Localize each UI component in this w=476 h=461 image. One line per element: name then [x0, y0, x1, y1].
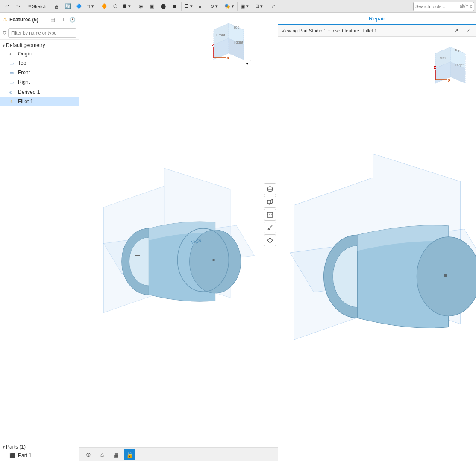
tool-6[interactable]: ⬡ — [110, 1, 120, 12]
cube-menu-button[interactable]: ▾ — [244, 60, 251, 67]
filter-icon: ▽ — [3, 30, 6, 36]
sidebar-item-part1[interactable]: ⬛ Part 1 — [0, 451, 79, 460]
sidebar-item-fillet1[interactable]: ⚠ Fillet 1 — [0, 97, 79, 106]
separator-1 — [25, 2, 25, 11]
svg-text:X: X — [448, 78, 450, 82]
sketch-button[interactable]: ✏ Sketch — [27, 1, 48, 12]
open-external-button[interactable]: ↗ — [451, 26, 461, 35]
chevron-down-icon: ▾ — [3, 43, 5, 48]
right-label: Right — [18, 79, 30, 85]
tool-16[interactable]: ▣ ▾ — [239, 1, 250, 12]
3d-view-left: Right — [79, 13, 261, 444]
derived-icon: ⎋ — [9, 90, 16, 95]
search-tools-bar: alt/⌃ c — [413, 2, 474, 11]
tool-8[interactable]: ◉ — [136, 1, 146, 12]
search-input[interactable] — [8, 28, 76, 38]
undo-button[interactable]: ↩ — [2, 1, 12, 12]
sidebar-item-right[interactable]: ▭ Right — [0, 77, 79, 87]
svg-text:Z: Z — [212, 43, 214, 47]
part-icon: ⬛ — [9, 453, 16, 458]
fillet-icon: ⚠ — [9, 99, 16, 105]
viewport-right[interactable]: Repair Viewing Part Studio 1 :: Insert f… — [278, 13, 476, 461]
default-geometry-header[interactable]: ▾ Default geometry — [0, 41, 79, 49]
sidebar-action-icons: ▤ ⏸ 🕐 — [48, 15, 76, 24]
main-layout: ⚠ Features (6) ▤ ⏸ 🕐 ▽ ▾ Default geometr… — [0, 13, 476, 461]
zoom-fit-button[interactable]: ⊕ — [83, 449, 94, 460]
viewing-label: Viewing Part Studio 1 :: Insert feature … — [282, 28, 449, 33]
front-label: Front — [18, 70, 30, 76]
tree-section-default-geometry: ▾ Default geometry ● Origin ▭ Top ▭ Fron… — [0, 41, 79, 88]
separator-2 — [50, 2, 50, 11]
derived-label: Derived 1 — [18, 89, 40, 95]
tool-4[interactable]: ◻ ▾ — [85, 1, 95, 12]
viewport-left[interactable]: Top Front Right Z X ▾ — [79, 13, 278, 461]
sidebar-history-button[interactable]: 🕐 — [68, 15, 76, 24]
separator-7 — [221, 2, 221, 11]
parts-header[interactable]: ▾ Parts (1) — [0, 443, 79, 451]
svg-text:Z: Z — [434, 65, 436, 70]
repair-label: Repair — [369, 15, 385, 22]
cube-navigator-left: Top Front Right Z X ▾ — [205, 17, 252, 68]
parts-section: ▾ Parts (1) ⬛ Part 1 — [0, 442, 79, 461]
help-button[interactable]: ? — [463, 26, 473, 35]
separator-4 — [134, 2, 134, 11]
tool-10[interactable]: ⬤ — [158, 1, 168, 12]
view-cube-button[interactable] — [264, 196, 276, 208]
sidebar-title: Features (6) — [9, 17, 47, 23]
separator-8 — [237, 2, 238, 11]
separator-3 — [97, 2, 97, 11]
sidebar-item-front[interactable]: ▭ Front — [0, 68, 79, 77]
svg-text:Top: Top — [233, 25, 240, 29]
side-toolbar — [262, 181, 278, 248]
sketch-label: Sketch — [32, 4, 47, 9]
grid-button[interactable]: ▦ — [110, 449, 121, 460]
separator-5 — [181, 2, 182, 11]
sidebar-item-derived1[interactable]: ⎋ Derived 1 — [0, 88, 79, 97]
sidebar-pause-button[interactable]: ⏸ — [58, 15, 67, 24]
chevron-down-icon-parts: ▾ — [3, 445, 5, 449]
appearance-button[interactable] — [264, 183, 276, 195]
viewing-bar: Viewing Part Studio 1 :: Insert feature … — [278, 25, 476, 37]
separator-6 — [207, 2, 207, 11]
search-tools-input[interactable] — [415, 4, 458, 9]
sidebar-header: ⚠ Features (6) ▤ ⏸ 🕐 — [0, 13, 79, 26]
tool-13[interactable]: ≡ — [195, 1, 205, 12]
main-toolbar: ↩ ↪ ✏ Sketch 🖨 🔄 🔷 ◻ ▾ 🔶 ⬡ ⬣ ▾ ◉ ▣ ⬤ ◼ ☰… — [0, 0, 476, 13]
sidebar: ⚠ Features (6) ▤ ⏸ 🕐 ▽ ▾ Default geometr… — [0, 13, 79, 461]
home-button[interactable]: ⌂ — [97, 449, 108, 460]
sidebar-item-origin[interactable]: ● Origin — [0, 49, 79, 58]
svg-point-46 — [444, 274, 447, 277]
tool-15[interactable]: 🎭 ▾ — [223, 1, 235, 12]
tool-12[interactable]: ☰ ▾ — [183, 1, 194, 12]
sidebar-content: ▾ Default geometry ● Origin ▭ Top ▭ Fron… — [0, 40, 79, 442]
redo-button[interactable]: ↪ — [13, 1, 23, 12]
repair-button[interactable] — [264, 234, 276, 246]
tool-17[interactable]: ⊞ ▾ — [254, 1, 264, 12]
tool-2[interactable]: 🔄 — [63, 1, 73, 12]
warning-icon: ⚠ — [3, 16, 8, 23]
sidebar-count: (6) — [32, 17, 38, 23]
sidebar-item-top[interactable]: ▭ Top — [0, 58, 79, 68]
measure-button[interactable] — [264, 222, 276, 233]
content-area: Top Front Right Z X ▾ — [79, 13, 476, 461]
tool-9[interactable]: ▣ — [147, 1, 157, 12]
tool-3[interactable]: 🔷 — [74, 1, 84, 12]
search-shortcut: alt/⌃ c — [460, 4, 472, 9]
parts-label: Parts (1) — [6, 444, 26, 450]
tool-18[interactable]: ⤢ — [268, 1, 278, 12]
tool-5[interactable]: 🔶 — [99, 1, 109, 12]
svg-rect-24 — [267, 200, 271, 204]
svg-point-28 — [270, 241, 270, 242]
sidebar-collapse-button[interactable]: ▤ — [48, 15, 57, 24]
lock-button[interactable]: 🔒 — [124, 449, 135, 460]
tool-7[interactable]: ⬣ ▾ — [121, 1, 132, 12]
plane-icon-front: ▭ — [9, 70, 16, 76]
tool-1[interactable]: 🖨 — [52, 1, 62, 12]
section-button[interactable] — [264, 209, 276, 221]
top-label: Top — [18, 60, 26, 66]
tool-11[interactable]: ◼ — [169, 1, 179, 12]
tool-14[interactable]: ⊕ ▾ — [209, 1, 219, 12]
bottom-toolbar-left: ⊕ ⌂ ▦ 🔒 — [79, 447, 278, 461]
search-bar: ▽ — [0, 26, 79, 40]
svg-text:Front: Front — [438, 56, 446, 60]
